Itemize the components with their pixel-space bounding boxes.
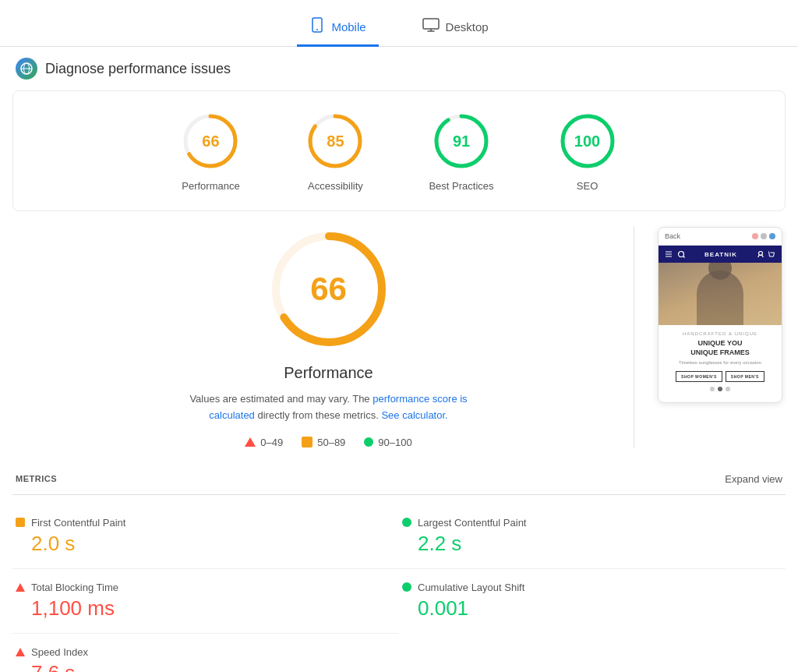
- page-header: Diagnose performance issues: [0, 47, 798, 90]
- seo-circle: 100: [556, 110, 619, 172]
- si-value: 7.6 s: [31, 661, 396, 672]
- legend-red: 0–49: [245, 437, 283, 448]
- main-content: 66 Performance Values are estimated and …: [0, 211, 798, 464]
- phone-top-bar: Back: [659, 228, 782, 246]
- score-accessibility: 85 Accessibility: [304, 110, 366, 192]
- indicator-2: [718, 387, 722, 391]
- lcp-value: 2.2 s: [418, 532, 782, 556]
- metrics-grid: First Contentful Paint 2.0 s Largest Con…: [12, 504, 786, 672]
- phone-color-dots: [752, 233, 775, 239]
- cls-header: Cumulative Layout Shift: [402, 582, 782, 593]
- tbt-name: Total Blocking Time: [31, 582, 118, 593]
- cls-value: 0.001: [418, 596, 782, 621]
- metrics-header: METRICS Expand view: [12, 464, 786, 495]
- shop-womens-button[interactable]: SHOP WOMEN'S: [676, 371, 722, 382]
- fcp-indicator: [16, 518, 25, 527]
- accessibility-label: Accessibility: [308, 180, 363, 192]
- shop-mens-button[interactable]: SHOP MEN'S: [726, 371, 764, 382]
- mobile-icon: [309, 17, 325, 37]
- cls-name: Cumulative Layout Shift: [418, 582, 524, 593]
- legend-green: 90–100: [364, 437, 411, 448]
- seo-score: 100: [574, 133, 600, 150]
- left-panel: 66 Performance Values are estimated and …: [47, 227, 610, 448]
- green-circle-icon: [364, 437, 373, 447]
- tab-desktop-label: Desktop: [446, 20, 489, 34]
- si-name: Speed Index: [31, 646, 88, 658]
- svg-rect-2: [423, 19, 439, 29]
- header-icon: [16, 58, 37, 80]
- phone-hero-image: [659, 263, 782, 325]
- score-seo: 100 SEO: [556, 110, 619, 192]
- phone-preview: Back: [658, 227, 782, 403]
- tab-mobile-label: Mobile: [331, 20, 365, 34]
- fcp-name: First Contentful Paint: [31, 517, 125, 529]
- metric-lcp: Largest Contentful Paint 2.2 s: [399, 504, 786, 569]
- seo-label: SEO: [577, 180, 598, 192]
- svg-point-19: [679, 252, 684, 257]
- best-practices-score: 91: [453, 133, 470, 150]
- metrics-title: METRICS: [16, 474, 57, 483]
- indicator-1: [710, 387, 715, 391]
- cls-indicator: [402, 582, 411, 592]
- tbt-value: 1,100 ms: [31, 596, 396, 621]
- fcp-value: 2.0 s: [31, 532, 396, 556]
- fcp-header: First Contentful Paint: [16, 517, 396, 529]
- desktop-icon: [422, 18, 440, 36]
- metrics-section: METRICS Expand view First Contentful Pai…: [12, 464, 786, 672]
- calculator-link[interactable]: See calculator.: [381, 409, 447, 421]
- best-practices-circle: 91: [430, 110, 493, 172]
- page-title: Diagnose performance issues: [45, 61, 231, 77]
- score-performance: 66 Performance: [179, 110, 242, 192]
- phone-nav-bar: BEATNIK: [659, 246, 782, 263]
- phone-heading: UNIQUE YOUUNIQUE FRAMES: [665, 339, 775, 357]
- lcp-name: Largest Contentful Paint: [418, 517, 526, 529]
- phone-subtitle: HANDCRAFTED & UNIQUE: [665, 331, 775, 336]
- dot-gray: [761, 233, 767, 239]
- legend: 0–49 50–89 90–100: [245, 437, 411, 448]
- performance-circle: 66: [179, 110, 242, 172]
- tab-mobile[interactable]: Mobile: [297, 9, 378, 47]
- accessibility-circle: 85: [304, 110, 366, 172]
- phone-brand: BEATNIK: [704, 251, 737, 258]
- si-header: Speed Index: [16, 646, 396, 658]
- legend-red-range: 0–49: [260, 437, 283, 448]
- metric-si: Speed Index 7.6 s: [12, 634, 399, 672]
- phone-back-label: Back: [665, 232, 680, 240]
- main-score-label: Performance: [284, 364, 373, 382]
- svg-line-20: [683, 256, 685, 258]
- performance-score: 66: [202, 133, 219, 150]
- dot-blue: [769, 233, 775, 239]
- expand-view-button[interactable]: Expand view: [725, 473, 782, 485]
- vertical-divider: [634, 227, 634, 448]
- legend-orange: 50–89: [302, 437, 345, 448]
- score-description: Values are estimated and may vary. The p…: [173, 391, 485, 424]
- tbt-indicator: [16, 583, 25, 592]
- dot-red: [752, 233, 758, 239]
- legend-orange-range: 50–89: [317, 437, 345, 448]
- phone-mockup: Back: [658, 227, 782, 403]
- phone-cta-buttons: SHOP WOMEN'S SHOP MEN'S: [665, 371, 775, 382]
- red-triangle-icon: [245, 437, 256, 447]
- indicator-3: [726, 387, 730, 391]
- phone-content-area: HANDCRAFTED & UNIQUE UNIQUE YOUUNIQUE FR…: [659, 325, 782, 402]
- best-practices-label: Best Practices: [429, 180, 493, 192]
- lcp-indicator: [402, 518, 411, 527]
- main-score-value: 66: [310, 271, 347, 308]
- orange-square-icon: [302, 437, 312, 447]
- phone-subheading: Timeless sunglasses for every occasion: [665, 360, 775, 365]
- score-best-practices: 91 Best Practices: [429, 110, 493, 192]
- legend-green-range: 90–100: [378, 437, 411, 448]
- accessibility-score: 85: [327, 133, 344, 150]
- performance-label: Performance: [182, 180, 239, 192]
- main-score-circle: 66: [267, 227, 391, 352]
- tab-desktop[interactable]: Desktop: [410, 10, 501, 46]
- desc-text-2: directly from these metrics.: [257, 409, 381, 421]
- phone-carousel-indicators: [665, 382, 775, 396]
- si-indicator: [16, 648, 25, 656]
- metric-fcp: First Contentful Paint 2.0 s: [12, 504, 399, 569]
- lcp-header: Largest Contentful Paint: [402, 517, 782, 529]
- desc-text-1: Values are estimated and may vary. The: [189, 393, 369, 405]
- tbt-header: Total Blocking Time: [16, 582, 396, 593]
- tab-bar: Mobile Desktop: [0, 0, 798, 47]
- metric-cls: Cumulative Layout Shift 0.001: [399, 569, 786, 634]
